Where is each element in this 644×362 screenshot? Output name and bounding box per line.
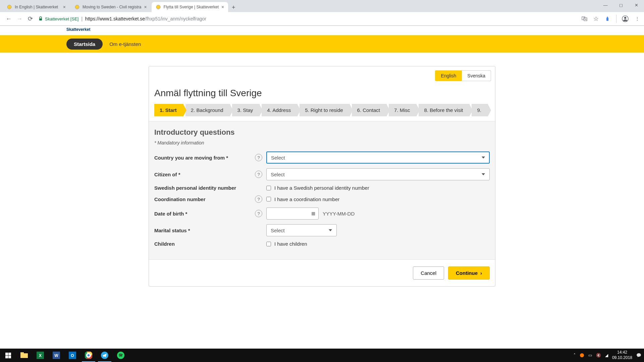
taskbar-telegram[interactable] (97, 349, 113, 362)
tray-notification-icon[interactable]: 💬 (636, 353, 641, 358)
translate-icon[interactable]: 文A (581, 15, 588, 22)
menu-icon[interactable]: ⋮ (634, 15, 641, 22)
children-check-label[interactable]: I have children (274, 241, 307, 247)
taskbar-chrome[interactable] (80, 349, 97, 362)
tab-title: Flytta till Sverige | Skatteverket (164, 5, 219, 9)
page-viewport[interactable]: Skatteverket Startsida Om e-tjänsten Eng… (0, 26, 644, 349)
tab-title: Moving to Sweden - Civil registra (83, 5, 141, 9)
coord-checkbox[interactable] (266, 197, 271, 201)
form-area: Introductory questions * Mandatory infor… (149, 121, 495, 259)
secure-label: Skatteverket [SE] (45, 16, 78, 21)
tray-clock[interactable]: 14:42 09.10.2018 (612, 350, 632, 360)
step-9[interactable]: 9. (472, 104, 488, 116)
browser-tab-1[interactable]: Moving to Sweden - Civil registra × (70, 2, 151, 12)
help-icon[interactable]: ? (255, 154, 262, 161)
country-select[interactable]: Select (266, 152, 490, 164)
taskbar-excel[interactable]: X (32, 349, 48, 362)
favicon-icon (7, 4, 12, 10)
browser-tab-0[interactable]: In English | Skatteverket × (3, 2, 70, 12)
favicon-icon (156, 4, 161, 10)
reload-button[interactable]: ⟳ (25, 13, 36, 24)
window-controls: — ◻ ✕ (598, 0, 644, 10)
svg-point-1 (75, 5, 79, 9)
svg-point-26 (580, 353, 584, 357)
help-icon[interactable]: ? (255, 171, 262, 178)
secure-badge[interactable]: Skatteverket [SE] (38, 16, 78, 21)
svg-text:A: A (585, 18, 587, 20)
svg-rect-3 (39, 18, 42, 20)
help-icon[interactable]: ? (255, 195, 262, 203)
taskbar-word[interactable]: W (48, 349, 64, 362)
step-4-address[interactable]: 4. Address (262, 104, 298, 116)
field-citizen: Citizen of * ? Select (154, 168, 490, 180)
cancel-button[interactable]: Cancel (413, 266, 444, 280)
taskbar-spotify[interactable] (113, 349, 129, 362)
coord-label: Coordination number (154, 196, 255, 202)
continue-button[interactable]: Continue› (448, 266, 490, 280)
svg-rect-11 (20, 353, 28, 358)
url-text[interactable]: | https://www1.skatteverket.se/fhxp51/in… (81, 16, 206, 21)
taskbar: X W O ˄ ▭ 🔇 ◢ 14:42 09.10.2018 💬 (0, 349, 644, 362)
chevron-right-icon: › (480, 270, 482, 276)
svg-point-10 (624, 17, 626, 19)
pin-label: Swedish personal identity number (154, 185, 255, 191)
mandatory-note: * Mandatory information (154, 140, 490, 145)
nav-band: Startsida Om e-tjänsten (0, 35, 644, 53)
field-country: Country you are moving from * ? Select (154, 152, 490, 164)
field-pin: Swedish personal identity number I have … (154, 185, 490, 191)
dob-input[interactable] (266, 207, 319, 220)
bookmark-icon[interactable]: ☆ (593, 15, 599, 22)
step-5-right-to-reside[interactable]: 5. Right to reside (300, 104, 350, 116)
lang-svenska-button[interactable]: Svenska (462, 70, 491, 81)
tray-chevron-up-icon[interactable]: ˄ (574, 353, 576, 358)
svg-point-0 (7, 5, 11, 9)
nav-om-etjansten[interactable]: Om e-tjänsten (109, 41, 141, 47)
taskbar-outlook[interactable]: O (64, 349, 80, 362)
close-icon[interactable]: × (221, 4, 224, 10)
step-2-background[interactable]: 2. Background (185, 104, 230, 116)
taskbar-file-explorer[interactable] (16, 349, 32, 362)
favicon-icon (74, 4, 80, 10)
step-6-contact[interactable]: 6. Contact (352, 104, 387, 116)
maximize-button[interactable]: ◻ (613, 0, 629, 10)
children-checkbox[interactable] (266, 242, 271, 246)
windows-icon (5, 353, 11, 358)
new-tab-button[interactable]: + (229, 3, 238, 12)
close-icon[interactable]: × (144, 4, 147, 10)
tabs-bar: In English | Skatteverket × Moving to Sw… (0, 0, 644, 12)
browser-tab-2[interactable]: Flytta till Sverige | Skatteverket × (152, 2, 228, 12)
address-bar: ← → ⟳ Skatteverket [SE] | https://www1.s… (0, 12, 644, 25)
pin-checkbox[interactable] (266, 186, 271, 190)
pin-check-label[interactable]: I have a Swedish personal identity numbe… (274, 185, 369, 191)
citizen-label: Citizen of * (154, 172, 255, 177)
svg-point-23 (87, 354, 90, 357)
tray-wifi-icon[interactable]: ◢ (605, 353, 608, 358)
extension-icon[interactable] (604, 15, 611, 22)
citizen-select[interactable]: Select (266, 168, 490, 180)
close-icon[interactable]: × (63, 4, 66, 10)
form-footer: Cancel Continue› (149, 259, 495, 286)
help-icon[interactable]: ? (255, 210, 262, 217)
forward-button[interactable]: → (14, 13, 25, 24)
profile-icon[interactable] (622, 15, 629, 22)
step-8-before-visit[interactable]: 8. Before the visit (419, 104, 470, 116)
nav-startsida[interactable]: Startsida (66, 39, 103, 50)
step-1-start[interactable]: 1. Start (154, 104, 183, 116)
tray-volume-icon[interactable]: 🔇 (596, 353, 601, 358)
close-window-button[interactable]: ✕ (629, 0, 644, 10)
svg-rect-8 (606, 18, 608, 21)
marital-select[interactable]: Select (266, 224, 337, 236)
tray-battery-icon[interactable]: ▭ (588, 353, 592, 358)
step-7-misc[interactable]: 7. Misc (389, 104, 417, 116)
start-button[interactable] (0, 349, 16, 362)
marital-label: Marital status * (154, 228, 255, 233)
page-title: Anmäl flyttning till Sverige (149, 85, 495, 104)
minimize-button[interactable]: — (598, 0, 613, 10)
lang-english-button[interactable]: English (435, 70, 462, 81)
svg-text:O: O (71, 353, 74, 358)
step-3-stay[interactable]: 3. Stay (232, 104, 260, 116)
back-button[interactable]: ← (3, 13, 14, 24)
coord-check-label[interactable]: I have a coordination number (274, 196, 339, 202)
tray-avast-icon[interactable] (580, 353, 584, 358)
dob-hint: YYYY-MM-DD (323, 211, 355, 217)
